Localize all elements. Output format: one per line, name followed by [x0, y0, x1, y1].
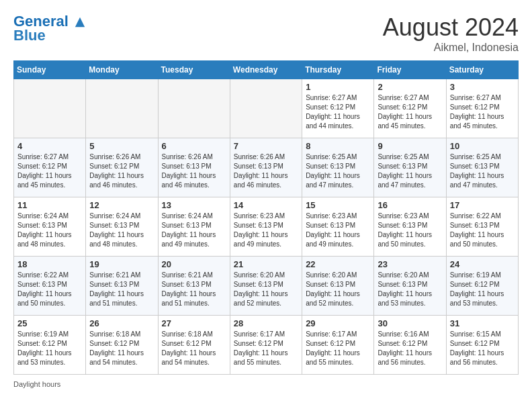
day-info: Sunrise: 6:26 AMSunset: 6:13 PMDaylight:…	[234, 152, 298, 190]
calendar-cell: 23Sunrise: 6:20 AMSunset: 6:13 PMDayligh…	[374, 257, 446, 316]
day-info: Sunrise: 6:27 AMSunset: 6:12 PMDaylight:…	[17, 152, 82, 190]
day-info: Sunrise: 6:19 AMSunset: 6:12 PMDaylight:…	[450, 271, 515, 308]
day-info: Sunrise: 6:21 AMSunset: 6:13 PMDaylight:…	[89, 271, 154, 308]
title-block: August 2024 Aikmel, Indonesia	[383, 13, 519, 54]
calendar-cell: 9Sunrise: 6:25 AMSunset: 6:13 PMDaylight…	[374, 138, 446, 197]
day-number: 6	[162, 141, 226, 151]
calendar-cell: 4Sunrise: 6:27 AMSunset: 6:12 PMDaylight…	[14, 138, 86, 197]
col-header-monday: Monday	[86, 61, 158, 79]
day-number: 17	[450, 200, 515, 210]
calendar-cell: 28Sunrise: 6:17 AMSunset: 6:12 PMDayligh…	[230, 316, 302, 375]
calendar-cell: 11Sunrise: 6:24 AMSunset: 6:13 PMDayligh…	[14, 197, 86, 257]
day-info: Sunrise: 6:22 AMSunset: 6:13 PMDaylight:…	[450, 212, 515, 249]
day-info: Sunrise: 6:27 AMSunset: 6:12 PMDaylight:…	[378, 93, 442, 131]
day-info: Sunrise: 6:16 AMSunset: 6:12 PMDaylight:…	[378, 330, 442, 367]
calendar-cell: 8Sunrise: 6:25 AMSunset: 6:13 PMDaylight…	[302, 138, 374, 197]
calendar-cell: 2Sunrise: 6:27 AMSunset: 6:12 PMDaylight…	[374, 79, 446, 138]
calendar-cell	[14, 79, 86, 138]
calendar-cell: 22Sunrise: 6:20 AMSunset: 6:13 PMDayligh…	[302, 257, 374, 316]
calendar-cell: 7Sunrise: 6:26 AMSunset: 6:13 PMDaylight…	[230, 138, 302, 197]
day-number: 4	[17, 141, 82, 151]
location: Aikmel, Indonesia	[383, 42, 519, 54]
day-info: Sunrise: 6:24 AMSunset: 6:13 PMDaylight:…	[162, 212, 226, 249]
day-number: 3	[450, 82, 515, 92]
calendar-cell: 30Sunrise: 6:16 AMSunset: 6:12 PMDayligh…	[374, 316, 446, 375]
day-number: 24	[450, 259, 515, 269]
day-number: 7	[234, 141, 298, 151]
calendar-cell: 21Sunrise: 6:20 AMSunset: 6:13 PMDayligh…	[230, 257, 302, 316]
day-number: 30	[378, 318, 442, 328]
day-number: 19	[89, 259, 154, 269]
day-info: Sunrise: 6:20 AMSunset: 6:13 PMDaylight:…	[234, 271, 298, 308]
day-info: Sunrise: 6:18 AMSunset: 6:12 PMDaylight:…	[162, 330, 226, 367]
day-number: 15	[306, 200, 370, 210]
day-info: Sunrise: 6:23 AMSunset: 6:13 PMDaylight:…	[378, 212, 442, 249]
day-info: Sunrise: 6:22 AMSunset: 6:13 PMDaylight:…	[17, 271, 82, 308]
calendar-cell: 20Sunrise: 6:21 AMSunset: 6:13 PMDayligh…	[158, 257, 230, 316]
calendar-cell: 10Sunrise: 6:25 AMSunset: 6:13 PMDayligh…	[446, 138, 518, 197]
day-info: Sunrise: 6:19 AMSunset: 6:12 PMDaylight:…	[17, 330, 82, 367]
day-info: Sunrise: 6:17 AMSunset: 6:12 PMDaylight:…	[234, 330, 298, 367]
day-info: Sunrise: 6:23 AMSunset: 6:13 PMDaylight:…	[234, 212, 298, 249]
week-row-5: 25Sunrise: 6:19 AMSunset: 6:12 PMDayligh…	[14, 316, 519, 375]
calendar-cell: 27Sunrise: 6:18 AMSunset: 6:12 PMDayligh…	[158, 316, 230, 375]
day-info: Sunrise: 6:21 AMSunset: 6:13 PMDaylight:…	[162, 271, 226, 308]
day-number: 2	[378, 82, 442, 92]
day-info: Sunrise: 6:15 AMSunset: 6:12 PMDaylight:…	[450, 330, 515, 367]
col-header-wednesday: Wednesday	[230, 61, 302, 79]
day-number: 10	[450, 141, 515, 151]
day-info: Sunrise: 6:17 AMSunset: 6:12 PMDaylight:…	[306, 330, 370, 367]
day-number: 12	[89, 200, 154, 210]
calendar-cell	[230, 79, 302, 138]
day-number: 1	[306, 82, 370, 92]
logo: General Blue	[13, 13, 86, 44]
day-info: Sunrise: 6:27 AMSunset: 6:12 PMDaylight:…	[450, 93, 515, 131]
col-header-saturday: Saturday	[446, 61, 518, 79]
day-number: 31	[450, 318, 515, 328]
day-number: 28	[234, 318, 298, 328]
day-info: Sunrise: 6:20 AMSunset: 6:13 PMDaylight:…	[306, 271, 370, 308]
col-header-tuesday: Tuesday	[158, 61, 230, 79]
week-row-4: 18Sunrise: 6:22 AMSunset: 6:13 PMDayligh…	[14, 257, 519, 316]
col-header-thursday: Thursday	[302, 61, 374, 79]
footer: Daylight hours	[13, 380, 519, 388]
calendar-cell	[158, 79, 230, 138]
col-header-sunday: Sunday	[14, 61, 86, 79]
calendar-cell: 18Sunrise: 6:22 AMSunset: 6:13 PMDayligh…	[14, 257, 86, 316]
day-number: 29	[306, 318, 370, 328]
day-number: 27	[162, 318, 226, 328]
calendar-cell: 1Sunrise: 6:27 AMSunset: 6:12 PMDaylight…	[302, 79, 374, 138]
col-header-friday: Friday	[374, 61, 446, 79]
day-number: 20	[162, 259, 226, 269]
day-info: Sunrise: 6:24 AMSunset: 6:13 PMDaylight:…	[89, 212, 154, 249]
day-number: 8	[306, 141, 370, 151]
calendar-cell: 26Sunrise: 6:18 AMSunset: 6:12 PMDayligh…	[86, 316, 158, 375]
day-info: Sunrise: 6:18 AMSunset: 6:12 PMDaylight:…	[89, 330, 154, 367]
week-row-1: 1Sunrise: 6:27 AMSunset: 6:12 PMDaylight…	[14, 79, 519, 138]
calendar-cell: 6Sunrise: 6:26 AMSunset: 6:13 PMDaylight…	[158, 138, 230, 197]
day-info: Sunrise: 6:25 AMSunset: 6:13 PMDaylight:…	[378, 152, 442, 190]
calendar-cell: 29Sunrise: 6:17 AMSunset: 6:12 PMDayligh…	[302, 316, 374, 375]
calendar-cell: 13Sunrise: 6:24 AMSunset: 6:13 PMDayligh…	[158, 197, 230, 257]
calendar-cell: 25Sunrise: 6:19 AMSunset: 6:12 PMDayligh…	[14, 316, 86, 375]
header-row: SundayMondayTuesdayWednesdayThursdayFrid…	[14, 61, 519, 79]
day-number: 22	[306, 259, 370, 269]
day-info: Sunrise: 6:20 AMSunset: 6:13 PMDaylight:…	[378, 271, 442, 308]
day-info: Sunrise: 6:27 AMSunset: 6:12 PMDaylight:…	[306, 93, 370, 131]
calendar-cell: 15Sunrise: 6:23 AMSunset: 6:13 PMDayligh…	[302, 197, 374, 257]
day-info: Sunrise: 6:25 AMSunset: 6:13 PMDaylight:…	[450, 152, 515, 190]
svg-marker-0	[75, 17, 85, 27]
day-number: 16	[378, 200, 442, 210]
calendar-cell: 5Sunrise: 6:26 AMSunset: 6:12 PMDaylight…	[86, 138, 158, 197]
calendar-cell: 17Sunrise: 6:22 AMSunset: 6:13 PMDayligh…	[446, 197, 518, 257]
calendar-cell: 19Sunrise: 6:21 AMSunset: 6:13 PMDayligh…	[86, 257, 158, 316]
calendar-cell	[86, 79, 158, 138]
calendar-cell: 31Sunrise: 6:15 AMSunset: 6:12 PMDayligh…	[446, 316, 518, 375]
week-row-2: 4Sunrise: 6:27 AMSunset: 6:12 PMDaylight…	[14, 138, 519, 197]
day-number: 14	[234, 200, 298, 210]
calendar-cell: 16Sunrise: 6:23 AMSunset: 6:13 PMDayligh…	[374, 197, 446, 257]
day-number: 9	[378, 141, 442, 151]
day-number: 21	[234, 259, 298, 269]
day-number: 5	[89, 141, 154, 151]
day-number: 11	[17, 200, 82, 210]
